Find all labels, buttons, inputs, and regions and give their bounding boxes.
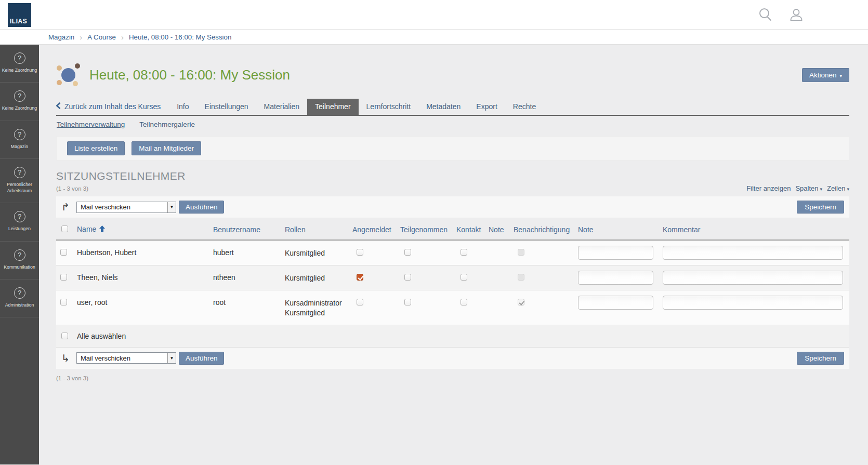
row-1-benachrichtigung-checkbox (518, 249, 524, 256)
caret-down-icon: ▾ (820, 187, 823, 192)
sidebar-item-kommunikation[interactable]: ? Kommunikation (0, 242, 39, 280)
row-2-kontakt-checkbox[interactable] (461, 274, 467, 281)
participants-table: Name Benutzername Rollen Angemeldet Teil… (56, 218, 849, 325)
column-header-benachrichtigung[interactable]: Benachrichtigung (514, 218, 578, 240)
select-all-row: Alle auswählen (56, 325, 849, 348)
speichern-button-top[interactable]: Speichern (797, 201, 844, 214)
column-header-name[interactable]: Name (77, 218, 213, 240)
tab-materialien[interactable]: Materialien (256, 99, 307, 115)
range-info-top: (1 - 3 von 3) (56, 185, 88, 192)
sidebar-item-label: Magazin (1, 144, 38, 150)
row-3-username: root (213, 290, 285, 325)
column-header-angemeldet[interactable]: Angemeldet (352, 218, 400, 240)
column-header-teilgenommen[interactable]: Teilgenommen (400, 218, 456, 240)
tab-metadaten[interactable]: Metadaten (418, 99, 468, 115)
action-toolbar: Liste erstellen Mail an Mitglieder (56, 136, 849, 161)
row-3-angemeldet-checkbox[interactable] (357, 299, 363, 305)
row-3-note-input[interactable] (578, 296, 653, 310)
back-to-course-link[interactable]: Zurück zum Inhalt des Kurses (56, 99, 169, 115)
row-1-teilgenommen-checkbox[interactable] (404, 249, 411, 256)
table-meta-row: (1 - 3 von 3) Filter anzeigen Spalten▾ Z… (56, 184, 849, 192)
sidebar-item-label: Leistungen (1, 226, 38, 232)
ausfuehren-button-top[interactable]: Ausführen (179, 201, 225, 214)
row-1-note-input[interactable] (578, 246, 653, 260)
sidebar-item-magazin[interactable]: ? Magazin (0, 121, 39, 159)
row-3-select-checkbox[interactable] (60, 299, 67, 305)
row-1-username: hubert (213, 240, 285, 265)
ausfuehren-button-bottom[interactable]: Ausführen (179, 352, 225, 365)
topbar-icons (759, 8, 803, 21)
caret-down-icon: ▾ (839, 73, 842, 78)
tab-teilnehmer[interactable]: Teilnehmer (307, 99, 358, 115)
column-header-benutzername[interactable]: Benutzername (213, 218, 285, 240)
breadcrumb-separator-icon: › (80, 33, 82, 42)
column-header-kommentar[interactable]: Kommentar (663, 218, 849, 240)
row-2-select-checkbox[interactable] (60, 274, 67, 281)
row-2-roles: Kursmitglied (285, 265, 352, 290)
sidebar-item-label: Keine Zuordnung (1, 68, 38, 73)
sidebar-item-keine-zuordnung-1[interactable]: ? Keine Zuordnung (0, 45, 39, 83)
table-header-row: Name Benutzername Rollen Angemeldet Teil… (56, 218, 849, 240)
column-header-rollen[interactable]: Rollen (285, 218, 352, 240)
tab-rechte[interactable]: Rechte (505, 99, 544, 115)
breadcrumb-course[interactable]: A Course (87, 33, 116, 41)
bulk-action-select-bottom[interactable]: Mail verschicken ▼ (76, 352, 176, 364)
sidebar-item-leistungen[interactable]: ? Leistungen (0, 203, 39, 241)
page-title: Heute, 08:00 - 16:00: My Session (89, 67, 290, 83)
row-3-roles: Kursadministrator Kursmitglied (285, 290, 352, 325)
row-3-teilgenommen-checkbox[interactable] (404, 299, 411, 305)
sidebar-item-persoenlicher-arbeitsraum[interactable]: ? Persönlicher Arbeitsraum (0, 159, 39, 203)
participants-table-container: ↱ Mail verschicken ▼ Ausführen Speichern (56, 196, 849, 369)
bulk-action-row-bottom: ↳ Mail verschicken ▼ Ausführen Speichern (56, 348, 849, 369)
column-header-kontakt[interactable]: Kontakt (456, 218, 489, 240)
row-2-note-input[interactable] (578, 271, 653, 285)
sidebar-item-keine-zuordnung-2[interactable]: ? Keine Zuordnung (0, 83, 39, 121)
tab-einstellungen[interactable]: Einstellungen (197, 99, 256, 115)
user-icon[interactable] (790, 8, 803, 21)
row-1-kontakt-checkbox[interactable] (461, 249, 467, 256)
sidebar-item-administration[interactable]: ? Administration (0, 280, 39, 317)
select-all-header-checkbox[interactable] (61, 225, 68, 232)
row-2-teilgenommen-checkbox[interactable] (404, 274, 411, 281)
aktionen-button[interactable]: Aktionen▾ (802, 68, 849, 82)
tab-export[interactable]: Export (468, 99, 505, 115)
liste-erstellen-button[interactable]: Liste erstellen (67, 141, 125, 155)
select-arrow-icon: ▼ (167, 202, 176, 212)
row-3-kommentar-input[interactable] (663, 296, 843, 310)
row-2-benachrichtigung-checkbox (518, 274, 524, 281)
bulk-action-select-top[interactable]: Mail verschicken ▼ (76, 202, 176, 213)
sidebar-item-label: Administration (1, 302, 38, 308)
tab-info[interactable]: Info (169, 99, 196, 115)
row-1-angemeldet-checkbox[interactable] (357, 249, 363, 256)
search-icon[interactable] (759, 8, 772, 21)
row-3-benachrichtigung-checkbox (518, 299, 524, 305)
tab-bar: Zurück zum Inhalt des Kurses Info Einste… (56, 99, 849, 116)
alle-auswaehlen-checkbox[interactable] (61, 333, 68, 339)
filter-anzeigen-link[interactable]: Filter anzeigen (746, 184, 791, 192)
main-content: Heute, 08:00 - 16:00: My Session Aktione… (39, 45, 868, 464)
breadcrumb: Magazin › A Course › Heute, 08:00 - 16:0… (0, 30, 868, 45)
table-view-links: Filter anzeigen Spalten▾ Zeilen▾ (746, 184, 849, 192)
question-icon: ? (14, 287, 25, 299)
tab-lernfortschritt[interactable]: Lernfortschritt (359, 99, 419, 115)
caret-down-icon: ▾ (847, 187, 849, 192)
spalten-dropdown[interactable]: Spalten▾ (795, 184, 822, 192)
row-2-angemeldet-checkbox[interactable] (357, 274, 363, 281)
column-header-note[interactable]: Note (489, 218, 514, 240)
subtab-teilnehmergalerie[interactable]: Teilnehmergalerie (139, 121, 195, 128)
subtab-teilnehmerverwaltung[interactable]: Teilnehmerverwaltung (57, 121, 125, 128)
top-bar: ILIAS (0, 0, 868, 30)
row-1-select-checkbox[interactable] (60, 249, 67, 256)
row-2-kommentar-input[interactable] (663, 271, 843, 285)
ilias-logo[interactable]: ILIAS (8, 3, 31, 27)
row-1-kommentar-input[interactable] (663, 246, 843, 260)
question-icon: ? (14, 249, 25, 261)
column-header-note-2[interactable]: Note (578, 218, 663, 240)
speichern-button-bottom[interactable]: Speichern (797, 352, 844, 365)
breadcrumb-magazin[interactable]: Magazin (48, 33, 74, 41)
zeilen-dropdown[interactable]: Zeilen▾ (827, 184, 849, 192)
bulk-action-row-top: ↱ Mail verschicken ▼ Ausführen Speichern (56, 196, 849, 218)
mail-an-mitglieder-button[interactable]: Mail an Mitglieder (131, 141, 201, 155)
row-3-kontakt-checkbox[interactable] (461, 299, 467, 305)
breadcrumb-session[interactable]: Heute, 08:00 - 16:00: My Session (129, 33, 231, 41)
